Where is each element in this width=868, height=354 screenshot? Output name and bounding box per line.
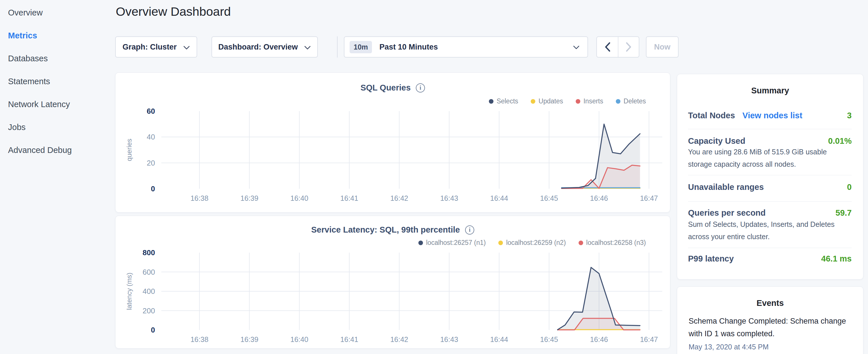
events-panel: Events Schema Change Completed: Schema c… (677, 286, 863, 354)
sql-queries-chart-panel: SQL Queries i SelectsUpdatesInsertsDelet… (115, 72, 670, 213)
svg-text:16:41: 16:41 (340, 335, 359, 344)
svg-text:16:44: 16:44 (490, 194, 508, 202)
svg-text:16:41: 16:41 (340, 194, 359, 202)
svg-text:latency (ms): latency (ms) (125, 273, 133, 310)
event-item-timestamp: May 13, 2020 at 4:45 PM (689, 343, 850, 351)
svg-text:queries: queries (125, 139, 133, 161)
summary-title: Summary (677, 86, 863, 95)
svg-text:60: 60 (147, 107, 155, 116)
svg-text:0: 0 (151, 185, 155, 193)
svg-text:16:45: 16:45 (540, 335, 558, 344)
total-nodes-label: Total Nodes (688, 111, 735, 120)
view-nodes-list-link[interactable]: View nodes list (743, 111, 802, 120)
p99-latency-value: 46.1 ms (821, 254, 852, 263)
svg-text:16:38: 16:38 (191, 194, 209, 202)
sidebar-item-statements[interactable]: Statements (8, 70, 115, 93)
capacity-used-value: 0.01% (828, 136, 852, 146)
page-title: Overview Dashboard (116, 5, 231, 19)
unavailable-ranges-label: Unavailable ranges (688, 183, 764, 192)
sidebar-item-jobs[interactable]: Jobs (8, 116, 115, 139)
graph-dropdown[interactable]: Graph: Cluster (115, 36, 197, 58)
controls-divider (337, 36, 338, 58)
sidebar: OverviewMetricsDatabasesStatementsNetwor… (0, 0, 115, 354)
total-nodes-value: 3 (847, 111, 852, 120)
p99-latency-label: P99 latency (688, 254, 734, 263)
svg-text:16:43: 16:43 (440, 194, 458, 202)
service-latency-chart: 16:3816:3916:4016:4116:4216:4316:4416:45… (116, 216, 671, 349)
db-console-page: OverviewMetricsDatabasesStatementsNetwor… (0, 0, 868, 354)
svg-text:600: 600 (143, 268, 155, 277)
sidebar-item-overview[interactable]: Overview (8, 1, 115, 24)
time-range-dropdown[interactable]: 10m Past 10 Minutes (344, 36, 588, 58)
summary-row-capacity: Capacity Used 0.01% (688, 136, 852, 146)
sidebar-item-metrics[interactable]: Metrics (8, 24, 115, 47)
now-button-label: Now (654, 43, 671, 52)
time-step-forward-button[interactable] (618, 37, 639, 57)
svg-text:16:40: 16:40 (290, 194, 308, 202)
service-latency-chart-panel: Service Latency: SQL, 99th percentile i … (115, 216, 670, 349)
svg-text:16:39: 16:39 (241, 335, 258, 344)
capacity-description: You are using 28.6 MiB of 515.9 GiB usab… (688, 146, 852, 170)
summary-row-total-nodes: Total Nodes View nodes list 3 (688, 111, 852, 120)
summary-row-p99-latency: P99 latency 46.1 ms (688, 254, 852, 263)
chevron-down-icon (304, 45, 311, 50)
svg-text:16:46: 16:46 (590, 194, 608, 202)
sidebar-nav-list: OverviewMetricsDatabasesStatementsNetwor… (0, 0, 115, 162)
time-step-back-button[interactable] (597, 37, 618, 57)
time-range-badge: 10m (350, 41, 372, 53)
svg-text:0: 0 (151, 326, 155, 334)
time-step-buttons (596, 36, 639, 58)
sql-queries-chart: 16:3816:3916:4016:4116:4216:4316:4416:45… (116, 73, 671, 213)
svg-text:16:47: 16:47 (640, 194, 658, 202)
svg-text:400: 400 (143, 287, 155, 296)
chevron-left-icon (604, 42, 611, 52)
svg-text:16:42: 16:42 (390, 194, 408, 202)
svg-text:16:42: 16:42 (390, 335, 408, 344)
dashboard-dropdown[interactable]: Dashboard: Overview (212, 36, 318, 58)
unavailable-ranges-value: 0 (847, 183, 852, 192)
svg-text:16:44: 16:44 (490, 335, 508, 344)
svg-text:16:47: 16:47 (640, 335, 658, 344)
qps-value: 59.7 (836, 208, 852, 218)
event-item-text[interactable]: Schema Change Completed: Schema change w… (689, 315, 850, 340)
graph-dropdown-label: Graph: Cluster (122, 43, 177, 52)
summary-row-unavailable-ranges: Unavailable ranges 0 (688, 183, 852, 192)
summary-panel: Summary Total Nodes View nodes list 3 Ca… (677, 74, 863, 280)
qps-label: Queries per second (688, 208, 766, 218)
svg-text:16:38: 16:38 (191, 335, 209, 344)
chevron-down-icon (183, 45, 190, 50)
chevron-right-icon (626, 42, 632, 52)
svg-text:800: 800 (143, 248, 155, 257)
time-range-label: Past 10 Minutes (379, 43, 438, 52)
svg-text:200: 200 (143, 307, 155, 315)
svg-text:16:43: 16:43 (440, 335, 458, 344)
svg-text:20: 20 (147, 159, 155, 167)
divider (688, 201, 852, 202)
dashboard-dropdown-label: Dashboard: Overview (218, 43, 298, 52)
capacity-used-label: Capacity Used (688, 136, 745, 146)
svg-text:16:40: 16:40 (290, 335, 308, 344)
sidebar-item-advanced-debug[interactable]: Advanced Debug (8, 139, 115, 162)
svg-text:16:46: 16:46 (590, 335, 608, 344)
events-title: Events (677, 298, 863, 308)
sidebar-item-network-latency[interactable]: Network Latency (8, 93, 115, 116)
svg-text:16:45: 16:45 (540, 194, 558, 202)
sidebar-item-databases[interactable]: Databases (8, 47, 115, 70)
qps-description: Sum of Selects, Updates, Inserts, and De… (688, 218, 852, 243)
svg-text:40: 40 (147, 133, 155, 141)
chevron-down-icon (573, 45, 580, 50)
now-button[interactable]: Now (646, 36, 679, 58)
svg-text:16:39: 16:39 (241, 194, 258, 202)
summary-row-queries-per-second: Queries per second 59.7 (688, 208, 852, 218)
